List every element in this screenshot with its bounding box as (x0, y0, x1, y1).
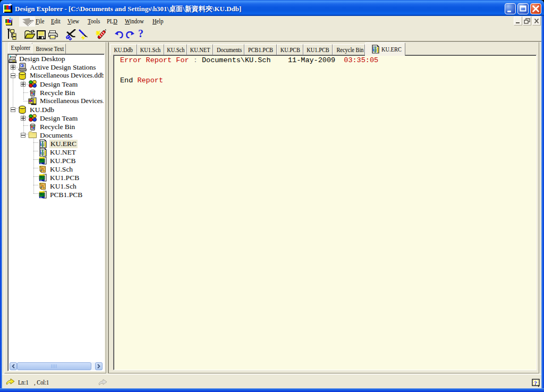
svg-text:?: ? (534, 380, 537, 386)
